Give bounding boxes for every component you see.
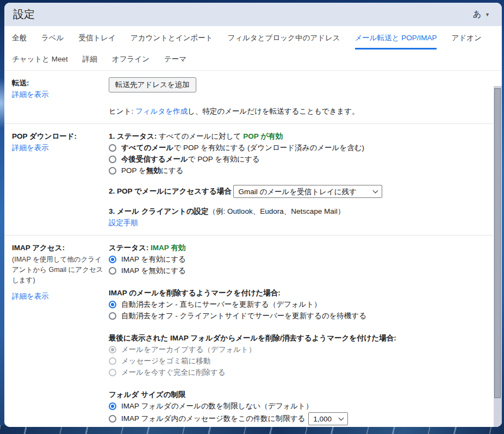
radio-no-folder-limit[interactable] xyxy=(109,402,116,410)
expunge-off-row: 自動消去をオフ - クライアントサイドでサーバーを更新するのを待機する xyxy=(109,310,493,321)
radio-imap-enable-label: IMAP を有効にする xyxy=(121,255,186,264)
pop-access-select[interactable]: Gmail のメールを受信トレイに残す xyxy=(233,185,382,198)
folder-limit-select[interactable]: 1,000 xyxy=(308,412,348,425)
delete-archive-row: メールをアーカイブする（デフォルト） xyxy=(109,344,493,355)
radio-auto-expunge-off-label: 自動消去をオフ - クライアントサイドでサーバーを更新するのを待機する xyxy=(121,311,366,321)
configuration-instructions-link[interactable]: 設定手順 xyxy=(109,217,138,228)
imap-status-value: IMAP 有効 xyxy=(151,244,185,252)
pop-client-examples: （例: Outlook、Eudora、Netscape Mail） xyxy=(209,207,345,215)
pop-client-row: 3. メール クライアントの設定（例: Outlook、Eudora、Netsc… xyxy=(109,206,493,217)
radio-move-to-trash[interactable] xyxy=(109,357,116,365)
tab-filters-blocked[interactable]: フィルタとブロック中のアドレス xyxy=(228,33,340,49)
tab-themes[interactable]: テーマ xyxy=(164,54,186,64)
radio-pop-enable-all[interactable] xyxy=(109,144,116,152)
section-forwarding: 転送: 詳細を表示 転送先アドレスを追加 ヒント: フィルタを作成し、特定のメー… xyxy=(4,71,502,124)
radio-pop-enable-future-label: 今後受信するメールで POP を有効にする xyxy=(121,154,260,164)
radio-delete-forever[interactable] xyxy=(109,369,116,376)
tab-chat-meet[interactable]: チャットと Meet xyxy=(12,54,68,64)
chevron-down-icon xyxy=(339,415,344,420)
forwarding-label: 転送: xyxy=(12,77,104,89)
folder-limit-heading: フォルダ サイズの制限 xyxy=(109,389,493,400)
radio-folder-limit[interactable] xyxy=(109,415,116,423)
section-pop-download: POP ダウンロード: 詳細を表示 1. ステータス: すべてのメールに対して … xyxy=(4,124,502,235)
pop-option-future-row: 今後受信するメールで POP を有効にする xyxy=(109,153,493,165)
settings-window: 設定 あ ▼ 全般 ラベル 受信トレイ アカウントとインポート フィルタとブロッ… xyxy=(4,3,502,427)
tab-forwarding-pop-imap[interactable]: メール転送と POP/IMAP xyxy=(355,33,437,49)
settings-content: 全般 ラベル 受信トレイ アカウントとインポート フィルタとブロック中のアドレス… xyxy=(4,26,502,427)
pop-status-value: POP が有効 xyxy=(243,132,283,140)
delete-trash-row: メッセージをゴミ箱に移動 xyxy=(109,355,493,367)
chevron-down-icon: ▼ xyxy=(485,12,490,17)
tab-labels[interactable]: ラベル xyxy=(41,33,64,49)
radio-no-folder-limit-label: IMAP フォルダのメールの数を制限しない（デフォルト） xyxy=(121,401,313,411)
imap-status-label: ステータス: xyxy=(109,244,151,252)
limit-count-row: IMAP フォルダ内のメッセージ数をこの件数に制限する 1,000 xyxy=(109,412,493,426)
radio-move-to-trash-label: メッセージをゴミ箱に移動 xyxy=(121,356,211,366)
radio-auto-expunge-off[interactable] xyxy=(109,312,116,320)
add-forwarding-address-button[interactable]: 転送先アドレスを追加 xyxy=(109,77,196,92)
chevron-down-icon xyxy=(373,188,378,193)
radio-imap-disable-label: IMAP を無効にする xyxy=(121,266,186,276)
create-filter-link[interactable]: フィルタを作成 xyxy=(135,106,188,117)
input-language-selector[interactable]: あ ▼ xyxy=(473,9,490,20)
pop-access-select-value: Gmail のメールを受信トレイに残す xyxy=(238,186,356,197)
scrollbar-track[interactable] xyxy=(494,86,502,427)
input-language-label: あ xyxy=(473,9,481,20)
tabs-row-1: 全般 ラベル 受信トレイ アカウントとインポート フィルタとブロック中のアドレス… xyxy=(12,33,494,49)
tab-accounts-import[interactable]: アカウントとインポート xyxy=(130,33,213,49)
radio-archive-message[interactable] xyxy=(109,346,116,354)
hint-prefix: ヒント: xyxy=(109,107,135,115)
tabs-row-2: チャットと Meet 詳細 オフライン テーマ xyxy=(12,49,494,70)
radio-auto-expunge-on[interactable] xyxy=(109,301,116,308)
pop-option-disable-row: POP を無効にする xyxy=(109,165,493,176)
imap-learn-more-link[interactable]: 詳細を表示 xyxy=(12,290,49,302)
page-title: 設定 xyxy=(13,7,35,22)
pop-status: 1. ステータス: すべてのメールに対して POP が有効 xyxy=(109,131,493,142)
radio-pop-enable-all-label: すべてのメールで POP を有効にする (ダウンロード済みのメールを含む) xyxy=(121,143,364,153)
limit-none-row: IMAP フォルダのメールの数を制限しない（デフォルト） xyxy=(109,400,493,412)
radio-auto-expunge-on-label: 自動消去をオン - 直ちにサーバーを更新する（デフォルト） xyxy=(121,300,321,309)
folder-limit-select-value: 1,000 xyxy=(313,415,332,423)
imap-enable-row: IMAP を有効にする xyxy=(109,253,493,265)
radio-pop-disable-label: POP を無効にする xyxy=(121,166,183,176)
tab-general[interactable]: 全般 xyxy=(12,33,27,49)
radio-imap-enable[interactable] xyxy=(109,256,116,263)
pop-client-label: 3. メール クライアントの設定 xyxy=(109,207,209,215)
tab-advanced[interactable]: 詳細 xyxy=(83,54,97,64)
tab-addons[interactable]: アドオン xyxy=(451,33,481,49)
forwarding-learn-more-link[interactable]: 詳細を表示 xyxy=(12,89,49,100)
expunge-on-row: 自動消去をオン - 直ちにサーバーを更新する（デフォルト） xyxy=(109,299,493,310)
tabs-bar: 全般 ラベル 受信トレイ アカウントとインポート フィルタとブロック中のアドレス… xyxy=(4,26,502,71)
pop-learn-more-link[interactable]: 詳細を表示 xyxy=(12,142,49,153)
imap-disable-row: IMAP を無効にする xyxy=(109,265,493,276)
radio-archive-message-label: メールをアーカイブする（デフォルト） xyxy=(121,345,256,355)
radio-imap-disable[interactable] xyxy=(109,267,116,275)
delete-forever-row: メールを今すぐ完全に削除する xyxy=(109,367,493,378)
tab-offline[interactable]: オフライン xyxy=(112,54,150,64)
radio-pop-disable[interactable] xyxy=(109,167,116,175)
pop-option-all-row: すべてのメールで POP を有効にする (ダウンロード済みのメールを含む) xyxy=(109,142,493,153)
pop-access-label: 2. POP でメールにアクセスする場合 xyxy=(109,187,233,195)
radio-pop-enable-future[interactable] xyxy=(109,156,116,163)
forwarding-hint: ヒント: フィルタを作成し、特定のメールだけを転送することもできます。 xyxy=(109,106,493,117)
settings-header: 設定 あ ▼ xyxy=(4,3,502,26)
pop-label: POP ダウンロード: xyxy=(12,131,104,142)
imap-status: ステータス: IMAP 有効 xyxy=(109,242,493,253)
hint-suffix: し、特定のメールだけを転送することもできます。 xyxy=(188,107,359,115)
section-imap-access: IMAP アクセス: (IMAP を使用して他のクライアントから Gmail に… xyxy=(4,235,502,427)
imap-label: IMAP アクセス: xyxy=(12,242,104,253)
radio-folder-limit-label: IMAP フォルダ内のメッセージ数をこの件数に制限する xyxy=(121,414,305,424)
imap-sublabel: (IMAP を使用して他のクライアントから Gmail にアクセスします) xyxy=(12,255,104,286)
scrollbar-thumb[interactable] xyxy=(494,88,501,398)
imap-expunge-heading: IMAP のメールを削除するようマークを付けた場合: xyxy=(109,287,493,299)
pop-status-mid: すべてのメールに対して xyxy=(159,132,243,140)
radio-delete-forever-label: メールを今すぐ完全に削除する xyxy=(121,368,226,377)
pop-status-number: 1. ステータス: xyxy=(109,132,159,140)
imap-delete-heading: 最後に表示された IMAP フォルダからメールを削除/消去するようマークを付けた… xyxy=(109,332,493,344)
tab-inbox[interactable]: 受信トレイ xyxy=(78,33,115,49)
pop-access-row: 2. POP でメールにアクセスする場合 Gmail のメールを受信トレイに残す xyxy=(109,185,493,198)
